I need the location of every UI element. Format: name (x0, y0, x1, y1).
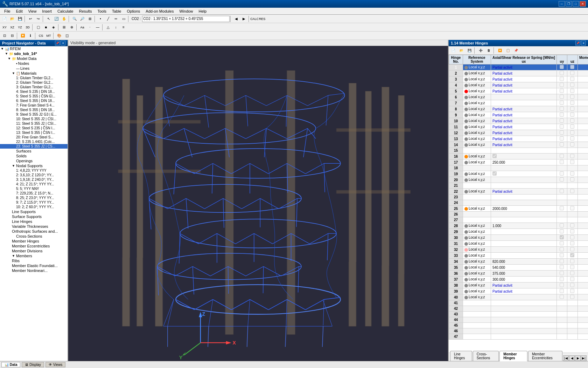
tb2-labels[interactable]: Aa (78, 24, 86, 31)
cell-uy[interactable] (556, 312, 567, 317)
cell-phix[interactable] (578, 206, 588, 212)
cell-uy[interactable] (556, 247, 567, 253)
tree-member-elastic[interactable]: Member Elastic Foundati... (0, 263, 68, 268)
cell-uz[interactable] (567, 189, 578, 195)
cell-uy[interactable] (556, 124, 567, 130)
tree-ns-1[interactable]: 1: 4,8,23; YYY YYY (0, 168, 68, 173)
cell-phix[interactable] (578, 106, 588, 112)
tb-zoom-out-btn[interactable]: 🔎 (78, 15, 86, 22)
tree-mat-1[interactable]: 1: Glulam Timber GL2... (0, 76, 68, 80)
tree-mat-7[interactable]: 7: Fine Grain Steel S 4... (0, 103, 68, 108)
cell-phix[interactable] (578, 64, 588, 70)
cell-uy[interactable] (556, 195, 567, 200)
cell-uz[interactable] (567, 294, 578, 300)
app-close-button[interactable]: ✕ (580, 1, 586, 7)
cell-uz[interactable] (567, 334, 578, 340)
cell-uy[interactable] (556, 323, 567, 328)
cell-uy[interactable] (556, 142, 567, 148)
tree-lines[interactable]: — Lines (0, 66, 68, 71)
panel-pin-btn[interactable]: 📌 (575, 41, 580, 46)
cell-phix[interactable] (578, 195, 588, 200)
table-row[interactable]: 24 (449, 200, 588, 206)
cell-uy[interactable] (556, 212, 567, 217)
cell-phix[interactable] (578, 306, 588, 312)
cell-phix[interactable] (578, 212, 588, 217)
tb-calc-btn[interactable]: CALC (251, 15, 258, 22)
hinge-table-container[interactable]: HingeNo. ReferenceSystem Axial/Shear Rel… (449, 55, 588, 353)
table-row[interactable]: 30Local x,y,z (449, 235, 588, 241)
tb-member-btn[interactable]: ═ (112, 15, 120, 22)
tree-materials[interactable]: ▼ 📋 Materials (0, 71, 68, 76)
tree-ns-2[interactable]: 2: 3,6,10; Z 120.0°; YY... (0, 173, 68, 177)
cell-phix[interactable] (578, 259, 588, 265)
tree-mat-11[interactable]: 11: Steel S 355 J2 | CSI... (0, 121, 68, 126)
cell-uy[interactable] (556, 317, 567, 323)
cell-uz[interactable] (567, 195, 578, 200)
cell-phix[interactable] (578, 159, 588, 165)
cell-uz[interactable] (567, 177, 578, 183)
cell-phix[interactable] (578, 112, 588, 118)
cell-uz[interactable] (567, 229, 578, 235)
cell-phix[interactable] (578, 253, 588, 259)
cell-uz[interactable] (567, 88, 578, 94)
cell-uy[interactable] (556, 82, 567, 88)
table-row[interactable]: 16Local x,y,z (449, 154, 588, 159)
load-combo-input[interactable] (142, 16, 230, 22)
cell-phix[interactable] (578, 217, 588, 223)
cell-phix[interactable] (578, 70, 588, 76)
cell-uz[interactable] (567, 148, 578, 154)
menu-help[interactable]: Help (196, 8, 210, 14)
cell-uz[interactable] (567, 94, 578, 100)
cell-uz[interactable] (567, 118, 578, 124)
cell-phix[interactable] (578, 124, 588, 130)
table-row[interactable]: 9Local x,y,zPartial activit (449, 112, 588, 118)
rp-add-btn[interactable]: ➕ (477, 47, 484, 54)
cell-uy[interactable] (556, 100, 567, 106)
tb2-results-vis[interactable]: ≡ (120, 24, 127, 31)
panel-close-btn[interactable]: ✕ (581, 41, 586, 46)
cell-phix[interactable] (578, 294, 588, 300)
cell-uy[interactable] (556, 200, 567, 206)
cell-uy[interactable] (556, 223, 567, 229)
tb-prev-btn[interactable]: ◀ (232, 15, 240, 22)
tab-cross-sections[interactable]: Cross-Sections (473, 351, 499, 361)
table-row[interactable]: 39Local x,y,zPartial activit (449, 288, 588, 294)
cell-uy[interactable] (556, 306, 567, 312)
cell-uz[interactable] (567, 323, 578, 328)
rp-copy-btn[interactable]: 📋 (504, 47, 512, 54)
table-row[interactable]: 27 (449, 217, 588, 223)
tree-mat-2[interactable]: 2: Glulam Timber GL2... (0, 80, 68, 85)
cell-uz[interactable] (567, 247, 578, 253)
table-row[interactable]: 2Local x,y,zPartial activit (449, 70, 588, 76)
tb-pan-btn[interactable]: ✋ (60, 15, 68, 22)
tb2-grid[interactable]: ⊞ (60, 24, 68, 31)
tb2-nodes-vis[interactable]: · (86, 24, 94, 31)
table-row[interactable]: 7Local x,y,z (449, 100, 588, 106)
cell-uz[interactable] (567, 212, 578, 217)
table-row[interactable]: 4Local x,y,zPartial activit (449, 82, 588, 88)
table-row[interactable]: 21 (449, 183, 588, 189)
cell-phix[interactable] (578, 235, 588, 241)
cell-uy[interactable] (556, 259, 567, 265)
cell-uz[interactable] (567, 265, 578, 271)
rp-delete-btn[interactable]: 🗑 (485, 47, 492, 54)
cell-phix[interactable] (578, 100, 588, 106)
cell-phix[interactable] (578, 241, 588, 247)
cell-uy[interactable] (556, 148, 567, 154)
table-row[interactable]: 3Local x,y,zPartial activit (449, 76, 588, 82)
rp-paste-btn[interactable]: 📌 (512, 47, 520, 54)
tb-line-btn[interactable]: ╱ (104, 15, 112, 22)
cell-uz[interactable] (567, 259, 578, 265)
table-row[interactable]: 23 (449, 195, 588, 200)
tree-mat-3[interactable]: 3: Glulam Timber GL2... (0, 85, 68, 89)
cell-uy[interactable] (556, 241, 567, 247)
tb2-wireframe[interactable]: ▢ (34, 24, 42, 31)
tree-nodes[interactable]: • Nodes (0, 61, 68, 66)
tree-project[interactable]: ▼ 📁 sdo_tob_14* (0, 51, 68, 56)
tree-mat-10[interactable]: 10: Steel S 355 J2 | CSI... (0, 117, 68, 121)
tree-ribs[interactable]: Ribs (0, 258, 68, 263)
table-row[interactable]: 12Local x,y,zPartial activit (449, 130, 588, 136)
menu-results[interactable]: Results (76, 8, 95, 14)
tb2-view-3d[interactable]: 3D (24, 24, 31, 31)
table-row[interactable]: 17Local x,y,z250.000 (449, 159, 588, 165)
